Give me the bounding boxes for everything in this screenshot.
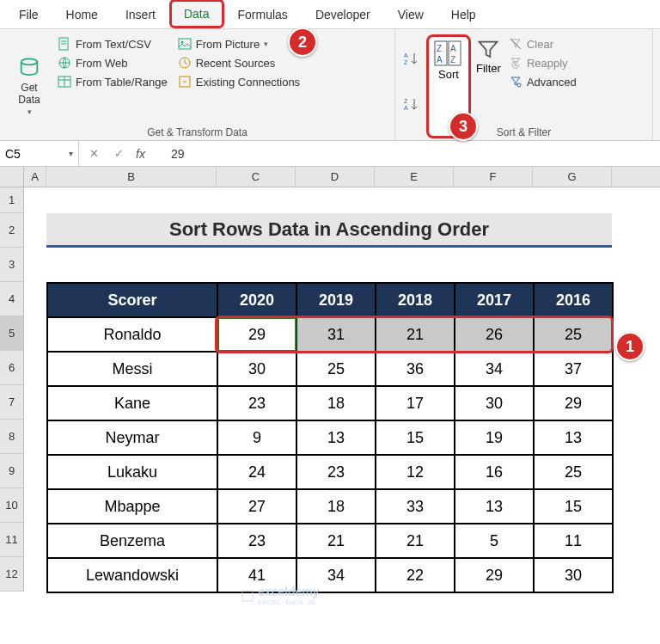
row-header-10[interactable]: 10 — [0, 488, 23, 523]
col-header-C[interactable]: C — [217, 167, 296, 187]
cell-value[interactable]: 17 — [376, 386, 455, 420]
row-header-2[interactable]: 2 — [0, 213, 23, 248]
tab-developer[interactable]: Developer — [302, 1, 384, 28]
cell-value[interactable]: 15 — [376, 420, 455, 455]
tab-view[interactable]: View — [384, 1, 437, 28]
cell-value[interactable]: 36 — [376, 352, 455, 386]
cell-value[interactable]: 26 — [455, 317, 534, 352]
reapply-button[interactable]: Reapply — [506, 55, 579, 71]
row-header-12[interactable]: 12 — [0, 557, 23, 592]
tab-file[interactable]: File — [5, 1, 52, 28]
header-2017[interactable]: 2017 — [455, 283, 534, 317]
from-picture-button[interactable]: From Picture ▾ — [175, 36, 302, 52]
row-header-4[interactable]: 4 — [0, 282, 23, 316]
cell-name[interactable]: Benzema — [47, 524, 217, 558]
row-header-11[interactable]: 11 — [0, 523, 23, 557]
column-headers: A B C D E F G — [0, 167, 660, 187]
tab-insert[interactable]: Insert — [112, 1, 169, 28]
cell-name[interactable]: Neymar — [47, 420, 217, 455]
cell-value[interactable]: 29 — [217, 317, 296, 352]
cell-value[interactable]: 25 — [534, 455, 613, 489]
row-header-8[interactable]: 8 — [0, 420, 23, 454]
cell-value[interactable]: 29 — [455, 558, 534, 592]
sort-asc-button[interactable]: AZ — [404, 52, 419, 65]
cell-value[interactable]: 23 — [296, 455, 376, 489]
cell-value[interactable]: 33 — [376, 489, 455, 524]
sort-desc-button[interactable]: ZA — [404, 97, 419, 111]
select-all-triangle[interactable] — [0, 167, 24, 187]
cell-value[interactable]: 29 — [534, 386, 613, 420]
col-header-D[interactable]: D — [296, 167, 375, 187]
accept-formula-button[interactable]: ✓ — [111, 147, 127, 160]
cell-value[interactable]: 21 — [376, 524, 455, 558]
tab-help[interactable]: Help — [437, 1, 490, 28]
name-box[interactable]: C5 ▾ — [0, 141, 79, 166]
row-header-7[interactable]: 7 — [0, 385, 23, 420]
formula-value[interactable]: 29 — [154, 147, 185, 161]
from-table-button[interactable]: From Table/Range — [55, 74, 170, 89]
cell-name[interactable]: Messi — [47, 352, 217, 386]
tab-formulas[interactable]: Formulas — [224, 1, 302, 28]
cell-value[interactable]: 13 — [296, 420, 376, 455]
cell-name[interactable]: Ronaldo — [47, 317, 217, 352]
cancel-formula-button[interactable]: ✕ — [86, 147, 102, 160]
cell-value[interactable]: 15 — [534, 489, 613, 524]
cell-value[interactable]: 23 — [217, 524, 296, 558]
cell-value[interactable]: 21 — [376, 317, 455, 352]
col-header-F[interactable]: F — [454, 167, 533, 187]
existing-connections-button[interactable]: Existing Connections — [175, 74, 302, 89]
header-2018[interactable]: 2018 — [376, 283, 455, 317]
advanced-button[interactable]: Advanced — [506, 74, 579, 89]
row-header-9[interactable]: 9 — [0, 454, 23, 488]
tab-home[interactable]: Home — [52, 1, 112, 28]
cell-value[interactable]: 19 — [455, 420, 534, 455]
from-textcsv-button[interactable]: From Text/CSV — [55, 36, 170, 52]
filter-button[interactable]: Filter — [476, 34, 501, 138]
header-2016[interactable]: 2016 — [534, 283, 613, 317]
cell-name[interactable]: Lewandowski — [47, 558, 217, 592]
cell-value[interactable]: 34 — [455, 352, 534, 386]
cell-value[interactable]: 30 — [534, 558, 613, 592]
table-row: Benzema 23 21 21 5 11 — [47, 524, 613, 558]
cell-value[interactable]: 24 — [217, 455, 296, 489]
cell-value[interactable]: 30 — [217, 352, 296, 386]
row-header-6[interactable]: 6 — [0, 351, 23, 385]
col-header-G[interactable]: G — [533, 167, 612, 187]
cell-value[interactable]: 25 — [296, 352, 376, 386]
clear-filter-button[interactable]: Clear — [506, 36, 579, 52]
cell-value[interactable]: 22 — [376, 558, 455, 592]
cell-value[interactable]: 27 — [217, 489, 296, 524]
cell-name[interactable]: Kane — [47, 386, 217, 420]
cell-value[interactable]: 18 — [296, 386, 376, 420]
cell-value[interactable]: 25 — [534, 317, 613, 352]
cell-value[interactable]: 9 — [217, 420, 296, 455]
cell-name[interactable]: Mbappe — [47, 489, 217, 524]
col-header-B[interactable]: B — [46, 167, 217, 187]
header-scorer[interactable]: Scorer — [47, 283, 217, 317]
cell-value[interactable]: 37 — [534, 352, 613, 386]
cell-value[interactable]: 13 — [534, 420, 613, 455]
from-web-button[interactable]: From Web — [55, 55, 170, 71]
cell-value[interactable]: 21 — [296, 524, 376, 558]
col-header-A[interactable]: A — [24, 167, 46, 187]
cell-value[interactable]: 5 — [455, 524, 534, 558]
cell-name[interactable]: Lukaku — [47, 455, 217, 489]
cell-value[interactable]: 31 — [296, 317, 376, 352]
row-header-1[interactable]: 1 — [0, 187, 23, 213]
cell-value[interactable]: 30 — [455, 386, 534, 420]
row-header-3[interactable]: 3 — [0, 248, 23, 282]
get-data-button[interactable]: Get Data ▾ — [9, 34, 50, 138]
row-header-5[interactable]: 5 — [0, 316, 23, 351]
cell-value[interactable]: 11 — [534, 524, 613, 558]
fx-icon[interactable]: fx — [136, 147, 145, 161]
cell-value[interactable]: 18 — [296, 489, 376, 524]
tab-data[interactable]: Data — [169, 0, 224, 28]
cell-value[interactable]: 16 — [455, 455, 534, 489]
cell-value[interactable]: 13 — [455, 489, 534, 524]
header-2019[interactable]: 2019 — [296, 283, 376, 317]
header-2020[interactable]: 2020 — [217, 283, 296, 317]
cell-value[interactable]: 23 — [217, 386, 296, 420]
recent-sources-button[interactable]: Recent Sources — [175, 55, 302, 71]
cell-value[interactable]: 12 — [376, 455, 455, 489]
col-header-E[interactable]: E — [375, 167, 454, 187]
